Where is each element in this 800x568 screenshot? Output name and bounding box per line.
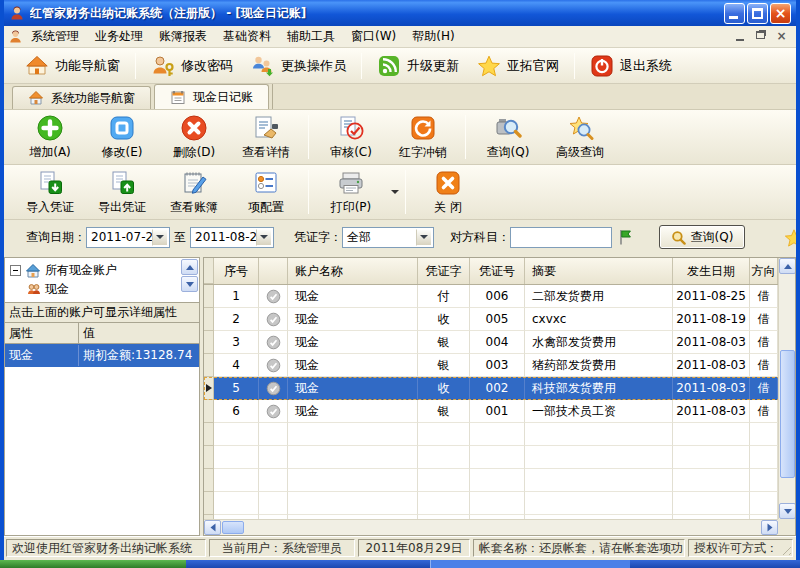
table-row[interactable]: 2现金收005cxvxc2011-08-19借 — [204, 308, 795, 331]
export-voucher-button[interactable]: 导出凭证 — [86, 167, 158, 217]
table-row[interactable]: 5现金收002科技部发货费用2011-08-03借 — [204, 377, 795, 400]
cell-cico[interactable] — [259, 285, 288, 308]
cell-cvn[interactable]: 002 — [470, 377, 525, 400]
header-voucher-type[interactable]: 凭证字 — [418, 258, 470, 284]
cell-cseq[interactable]: 5 — [214, 377, 259, 400]
resize-grip[interactable] — [779, 543, 791, 555]
close-button[interactable]: × — [770, 3, 791, 24]
tree-scroll-down-button[interactable] — [181, 276, 198, 292]
modify-button[interactable]: 修改(E) — [86, 112, 158, 162]
cell-cdt[interactable]: 2011-08-03 — [673, 354, 750, 377]
menu-item-reports[interactable]: 账簿报表 — [151, 26, 215, 47]
date-from-combo[interactable]: 2011-07-29 — [86, 227, 170, 248]
cell-csum[interactable]: 一部技术员工资 — [525, 400, 673, 423]
date-to-dropdown-button[interactable] — [256, 229, 272, 246]
print-dropdown-arrow[interactable] — [391, 190, 399, 194]
date-from-dropdown-button[interactable] — [152, 229, 168, 246]
cell-cvt[interactable]: 付 — [418, 285, 470, 308]
exit-button[interactable]: 退出系统 — [581, 51, 681, 81]
menu-item-business[interactable]: 业务处理 — [87, 26, 151, 47]
official-site-button[interactable]: 亚拓官网 — [468, 51, 568, 81]
cell-cvt[interactable]: 银 — [418, 354, 470, 377]
delete-button[interactable]: 删除(D) — [158, 112, 230, 162]
scroll-left-button[interactable] — [204, 520, 221, 535]
tree-scroll-up-button[interactable] — [181, 259, 198, 275]
cell-cacc[interactable]: 现金 — [288, 377, 418, 400]
cell-ci[interactable] — [204, 308, 214, 331]
table-row[interactable]: 1现金付006二部发货费用2011-08-25借 — [204, 285, 795, 308]
cell-cseq[interactable]: 2 — [214, 308, 259, 331]
table-row[interactable]: 3现金银004水禽部发货费用2011-08-03借 — [204, 331, 795, 354]
cell-cico[interactable] — [259, 377, 288, 400]
cell-cdt[interactable]: 2011-08-03 — [673, 377, 750, 400]
cell-cdir[interactable]: 借 — [750, 354, 778, 377]
cell-cico[interactable] — [259, 331, 288, 354]
header-status-icon[interactable] — [259, 258, 288, 284]
view-books-button[interactable]: 查看账簿 — [158, 167, 230, 217]
tree-item-all-accounts[interactable]: 所有现金账户 — [5, 258, 199, 279]
cell-cacc[interactable]: 现金 — [288, 331, 418, 354]
cell-cdt[interactable]: 2011-08-03 — [673, 400, 750, 423]
scroll-right-button[interactable] — [761, 520, 778, 535]
cell-cseq[interactable]: 1 — [214, 285, 259, 308]
update-button[interactable]: 升级更新 — [368, 51, 468, 81]
cell-cvt[interactable]: 收 — [418, 377, 470, 400]
mdi-minimize-button[interactable] — [733, 29, 750, 44]
voucher-dropdown-button[interactable] — [416, 229, 432, 246]
cell-cdir[interactable]: 借 — [750, 285, 778, 308]
cell-cacc[interactable]: 现金 — [288, 400, 418, 423]
cell-cvt[interactable]: 银 — [418, 400, 470, 423]
cell-cacc[interactable]: 现金 — [288, 285, 418, 308]
query-button-toolbar[interactable]: 查询(Q) — [472, 112, 544, 162]
view-detail-button[interactable]: 查看详情 — [230, 112, 302, 162]
item-config-button[interactable]: 项配置 — [230, 167, 302, 217]
header-account[interactable]: 账户名称 — [288, 258, 418, 284]
cell-cdir[interactable]: 借 — [750, 400, 778, 423]
cell-cvn[interactable]: 006 — [470, 285, 525, 308]
add-button[interactable]: 增加(A) — [14, 112, 86, 162]
cell-cdir[interactable]: 借 — [750, 331, 778, 354]
nav-window-button[interactable]: 功能导航窗 — [16, 51, 129, 81]
cell-cvt[interactable]: 银 — [418, 331, 470, 354]
mdi-restore-button[interactable] — [753, 29, 770, 44]
header-direction[interactable]: 方向 — [750, 258, 778, 284]
cell-csum[interactable]: 二部发货费用 — [525, 285, 673, 308]
cell-cseq[interactable]: 4 — [214, 354, 259, 377]
menu-item-system[interactable]: 系统管理 — [23, 26, 87, 47]
menu-item-help[interactable]: 帮助(H) — [404, 26, 462, 47]
cell-ci[interactable] — [204, 354, 214, 377]
reverse-button[interactable]: 红字冲销 — [387, 112, 459, 162]
start-button-edge[interactable] — [0, 560, 186, 568]
menu-item-tools[interactable]: 辅助工具 — [279, 26, 343, 47]
cell-cdt[interactable]: 2011-08-19 — [673, 308, 750, 331]
cell-cdt[interactable]: 2011-08-25 — [673, 285, 750, 308]
cell-cico[interactable] — [259, 354, 288, 377]
cell-csum[interactable]: 水禽部发货费用 — [525, 331, 673, 354]
voucher-type-combo[interactable]: 全部 — [342, 227, 434, 248]
tree-item-cash[interactable]: 现金 — [5, 279, 199, 298]
cell-cacc[interactable]: 现金 — [288, 308, 418, 331]
cell-cico[interactable] — [259, 400, 288, 423]
cell-csum[interactable]: 猪药部发货费用 — [525, 354, 673, 377]
subject-input[interactable] — [510, 227, 612, 248]
cell-cseq[interactable]: 3 — [214, 331, 259, 354]
cell-cdt[interactable]: 2011-08-03 — [673, 331, 750, 354]
horizontal-scroll-thumb[interactable] — [222, 521, 244, 534]
header-summary[interactable]: 摘要 — [525, 258, 673, 284]
header-voucher-no[interactable]: 凭证号 — [470, 258, 525, 284]
header-date[interactable]: 发生日期 — [673, 258, 750, 284]
cell-cvt[interactable]: 收 — [418, 308, 470, 331]
scroll-up-button[interactable] — [779, 258, 796, 274]
date-to-combo[interactable]: 2011-08-29 — [190, 227, 274, 248]
switch-operator-button[interactable]: 更换操作员 — [242, 51, 355, 81]
vertical-scroll-thumb[interactable] — [780, 350, 795, 478]
table-row[interactable]: 4现金银003猪药部发货费用2011-08-03借 — [204, 354, 795, 377]
minimize-button[interactable] — [724, 3, 745, 24]
scroll-down-button[interactable] — [779, 503, 796, 519]
change-password-button[interactable]: 修改密码 — [142, 51, 242, 81]
cell-ci[interactable] — [204, 400, 214, 423]
cell-cdir[interactable]: 借 — [750, 377, 778, 400]
mdi-close-button[interactable]: × — [773, 29, 790, 44]
cell-cvn[interactable]: 005 — [470, 308, 525, 331]
close-tab-button[interactable]: 关 闭 — [412, 167, 484, 217]
